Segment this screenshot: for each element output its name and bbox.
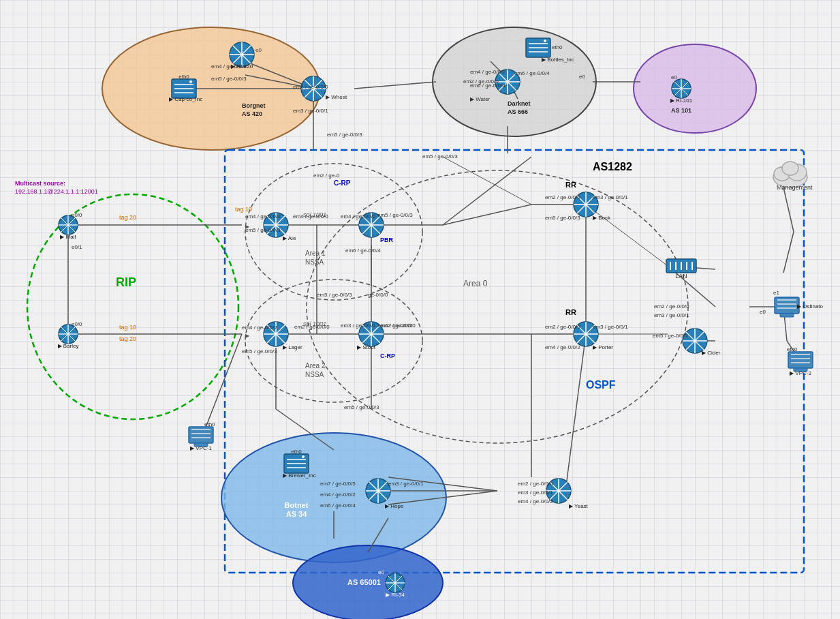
brewers-server <box>284 454 309 473</box>
area0-label: Area 0 <box>463 279 488 288</box>
svg-text:em4 / ge-0/0/2: em4 / ge-0/0/2 <box>245 213 281 220</box>
svg-text:em5 / ge-0/0/3: em5 / ge-0/0/3 <box>317 292 352 298</box>
svg-text:em5 / ge-0/0/3: em5 / ge-0/0/3 <box>422 153 458 160</box>
svg-text:▶ Wheat: ▶ Wheat <box>326 94 347 100</box>
svg-line-13 <box>354 82 436 89</box>
svg-rect-78 <box>0 7 7 10</box>
svg-text:C-RP: C-RP <box>380 352 395 359</box>
svg-rect-77 <box>0 0 12 7</box>
svg-text:em5 / ge-0/0/3: em5 / ge-0/0/3 <box>211 76 247 82</box>
vpc2-workstation <box>788 352 813 372</box>
multicast-label: Multicast source: <box>15 180 65 187</box>
svg-text:▶ VPC-1: ▶ VPC-1 <box>190 445 212 451</box>
svg-line-60 <box>586 205 668 266</box>
svg-text:▶ Hops: ▶ Hops <box>385 503 403 509</box>
svg-text:tag 10: tag 10 <box>119 324 136 331</box>
svg-text:em4 / ge-0/0/0: em4 / ge-0/0/0 <box>293 213 328 220</box>
svg-text:em2 / ge-0/0/0: em2 / ge-0/0/0 <box>545 324 580 330</box>
svg-line-66 <box>0 0 9 9</box>
svg-text:AS 65001: AS 65001 <box>347 578 381 586</box>
svg-point-62 <box>0 0 12 12</box>
svg-text:em6 / ge-0/0/4: em6 / ge-0/0/4 <box>345 247 381 254</box>
svg-text:Area 1: Area 1 <box>305 250 326 257</box>
svg-text:em3 / ge-0/0/1: em3 / ge-0/0/1 <box>654 312 689 318</box>
svg-text:Management: Management <box>777 184 813 191</box>
svg-text:▶ Barley: ▶ Barley <box>58 343 79 349</box>
svg-text:Botnet: Botnet <box>285 501 309 509</box>
svg-line-71 <box>0 0 7 7</box>
svg-text:e0: e0 <box>255 47 262 53</box>
svg-text:em2 / ge-0/0/0: em2 / ge-0/0/0 <box>293 84 328 90</box>
svg-text:AS 666: AS 666 <box>508 108 528 115</box>
svg-text:em2 / ge-0/0/0: em2 / ge-0/0/0 <box>380 322 416 329</box>
svg-text:e1: e1 <box>773 290 779 296</box>
svg-point-91 <box>0 0 8 1</box>
svg-text:em4 / ge-0/0/2: em4 / ge-0/0/2 <box>211 63 247 70</box>
svg-text:▶ Yeast: ▶ Yeast <box>569 503 589 509</box>
svg-text:e0: e0 <box>760 309 766 315</box>
svg-text:▶: ▶ <box>245 333 250 339</box>
svg-text:tag 20: tag 20 <box>119 214 136 221</box>
svg-point-8 <box>221 433 446 562</box>
svg-point-67 <box>0 0 10 10</box>
svg-text:AS 34: AS 34 <box>286 510 307 518</box>
svg-text:eth0: eth0 <box>291 449 302 455</box>
svg-text:em4 / ge-0/0/2: em4 / ge-0/0/2 <box>242 324 277 331</box>
svg-text:em6 / ge-0/0/4: em6 / ge-0/0/4 <box>514 70 550 76</box>
svg-text:em4 / ge-0/0/2: em4 / ge-0/0/2 <box>545 344 580 350</box>
svg-line-49 <box>783 232 794 273</box>
svg-text:▶ VPC-2: ▶ VPC-2 <box>790 370 811 376</box>
svg-point-2 <box>634 44 756 133</box>
barley-router <box>59 324 78 344</box>
lan-switch <box>666 259 696 273</box>
malt-router <box>59 215 78 235</box>
svg-text:▶ Ostinato: ▶ Ostinato <box>797 303 824 310</box>
svg-text:PBR: PBR <box>380 237 394 243</box>
svg-text:RR: RR <box>565 308 576 316</box>
svg-text:em5 / ge-0/0/3: em5 / ge-0/0/3 <box>245 227 281 233</box>
svg-text:em2 / ge-0/0/0: em2 / ge-0/0/0 <box>545 194 580 200</box>
svg-text:em2 / ge-0/0/0: em2 / ge-0/0/0 <box>518 481 553 487</box>
svg-text:em3 / ge-0/0/1: em3 / ge-0/0/1 <box>293 108 328 114</box>
svg-text:e0: e0 <box>671 74 677 80</box>
svg-text:▶ RI-34: ▶ RI-34 <box>386 592 405 598</box>
svg-text:e0/0: e0/0 <box>72 212 82 218</box>
svg-point-88 <box>0 0 17 14</box>
svg-text:▶ Malt: ▶ Malt <box>60 234 76 240</box>
svg-text:▶ Bottles_Inc: ▶ Bottles_Inc <box>542 57 574 63</box>
svg-line-40 <box>565 334 586 491</box>
svg-text:eth0: eth0 <box>787 346 798 352</box>
svg-text:▶ Bock: ▶ Bock <box>593 215 611 221</box>
network-diagram: e0 ▶ RI-420 ▶ Cap-co_Inc eth0 em4 / ge-0… <box>0 0 840 619</box>
svg-text:ge-0/0/0: ge-0/0/0 <box>368 292 388 298</box>
svg-text:AS 420: AS 420 <box>242 110 262 117</box>
svg-text:Borgnet: Borgnet <box>242 102 266 109</box>
svg-text:spi 1001: spi 1001 <box>303 320 326 327</box>
bottles-server <box>526 38 550 57</box>
svg-point-7 <box>307 170 688 443</box>
ostinato-workstation <box>775 297 799 317</box>
svg-text:C-RP: C-RP <box>334 179 351 187</box>
svg-text:em3 / ge-0/0/1: em3 / ge-0/0/1 <box>593 324 628 330</box>
svg-text:em4 / ge-0/0/2: em4 / ge-0/0/2 <box>518 498 553 504</box>
ospf-label: OSPF <box>586 379 616 391</box>
svg-text:▶ Brewer_Inc: ▶ Brewer_Inc <box>283 472 316 479</box>
svg-text:▶ RI-101: ▶ RI-101 <box>670 97 693 104</box>
svg-text:LAN: LAN <box>675 273 687 280</box>
svg-text:em3 / ge-0/0/1: em3 / ge-0/0/1 <box>593 194 628 200</box>
svg-rect-82 <box>0 0 15 7</box>
svg-text:e0/0: e0/0 <box>72 321 82 327</box>
svg-point-90 <box>0 0 16 7</box>
svg-text:e0: e0 <box>378 569 384 575</box>
svg-text:Darknet: Darknet <box>508 100 531 107</box>
svg-text:em5 / ge-0/0/3: em5 / ge-0/0/3 <box>242 348 277 354</box>
svg-text:em5 / ge-0/0/3: em5 / ge-0/0/3 <box>653 333 688 339</box>
svg-line-48 <box>783 187 794 232</box>
svg-text:▶ Cap-co_Inc: ▶ Cap-co_Inc <box>169 96 202 102</box>
multicast-address: 192.168.1.1@224.1.1.1:12001 <box>15 188 98 195</box>
svg-text:em5 / ge-0/0/3: em5 / ge-0/0/3 <box>377 212 413 218</box>
svg-text:em5 / ge-0/0/3: em5 / ge-0/0/3 <box>344 404 379 410</box>
svg-line-59 <box>443 157 531 205</box>
svg-text:eth0: eth0 <box>204 421 215 427</box>
svg-text:em5 / ge-0/0/3: em5 / ge-0/0/3 <box>545 215 580 221</box>
